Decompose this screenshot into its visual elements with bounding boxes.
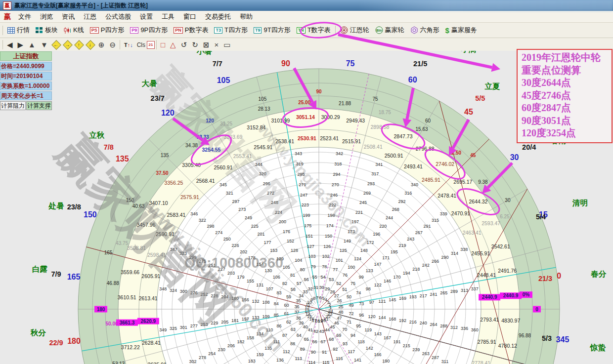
tool-p-square[interactable]: PSP四方形 <box>87 25 128 36</box>
menu-6[interactable]: 工具 <box>157 11 179 22</box>
menu-4[interactable]: 公式选股 <box>101 11 135 22</box>
tool-p-number-table[interactable]: PNP数字表 <box>171 25 211 36</box>
tool-sectors[interactable]: 板块 <box>33 25 61 36</box>
draw-tool-zoom-out[interactable]: ⊖ <box>107 40 118 50</box>
draw-tool-t-scale[interactable]: T↑↓ <box>122 40 135 50</box>
outer-degree-30: 30 <box>510 153 519 162</box>
menu-1[interactable]: 浏览 <box>36 11 57 22</box>
wheel-number: 273 <box>238 207 246 212</box>
tool-t-square[interactable]: T3T四方形 <box>211 25 250 36</box>
draw-tool-rotate-ccw[interactable]: ↺ <box>178 40 190 50</box>
wheel-number: 101 <box>336 258 343 263</box>
wheel-number: 297 <box>232 199 239 204</box>
tool-gann-wheel[interactable]: 江恩轮 <box>337 25 372 36</box>
ring-b-value: 2785.91 <box>478 339 496 345</box>
degree-ring-value: 105 <box>259 96 267 102</box>
calc-support-button[interactable]: 计算支撑 <box>26 101 52 110</box>
wheel-number: 146 <box>384 279 391 283</box>
draw-tool-nav-next[interactable]: ▶ <box>15 40 26 50</box>
wheel-number: 114 <box>308 360 315 364</box>
wheel-number: 289 <box>450 289 458 294</box>
date-label: 22/9 <box>49 339 63 347</box>
percent-value: 9.38 <box>478 179 488 185</box>
menu-7[interactable]: 窗口 <box>179 11 201 22</box>
wheel-number: 99 <box>359 275 364 280</box>
outer-degree-45: 45 <box>464 108 473 116</box>
wheel-number: 267 <box>415 230 423 235</box>
menu-bar: 赢 文件浏览资讯江恩公式选股设置工具窗口交易委托帮助 <box>0 11 613 23</box>
wheel-number: 120 <box>368 314 376 319</box>
draw-tool-pan-left[interactable]: ← <box>52 40 60 49</box>
wheel-number: 31 <box>313 285 318 290</box>
wheel-number: 266 <box>432 259 439 264</box>
wheel-number: 147 <box>374 262 381 267</box>
annotation-line-4: 60度2847点 <box>522 102 609 115</box>
draw-tool-cross-tool[interactable]: × <box>212 40 221 50</box>
draw-tool-calendar[interactable]: 21 <box>147 41 155 49</box>
wheel-number: 270 <box>332 182 339 187</box>
ring-a-value: 3101.99 <box>271 118 290 123</box>
outer-degree-75: 75 <box>346 59 355 68</box>
wheel-number: 244 <box>386 215 393 220</box>
tool-quotes[interactable]: 行情 <box>4 25 33 36</box>
tool-hexagon[interactable]: 六角形 <box>407 25 442 36</box>
draw-tool-select-box[interactable]: ⊠ <box>201 40 212 50</box>
menu-5[interactable]: 设置 <box>135 11 157 22</box>
annotation-line-6: 120度3254点 <box>522 127 609 140</box>
tool-winner-wheel[interactable]: Bin赢家轮 <box>372 25 407 36</box>
outer-degree-120: 120 <box>161 109 175 117</box>
draw-tool-rotate-cw[interactable]: ↻ <box>189 40 201 50</box>
ring-b-value: 2470.91 <box>451 210 470 216</box>
draw-tool-triangle-tool[interactable]: △ <box>168 40 178 50</box>
tool-t-number-table[interactable]: TNT数字表 <box>294 25 334 36</box>
wheel-number: 103 <box>308 254 315 259</box>
menu-3[interactable]: 江恩 <box>79 11 101 22</box>
menu-2[interactable]: 资讯 <box>57 11 79 22</box>
tool-hexagon-label: 六角形 <box>420 26 439 35</box>
menu-0[interactable]: 文件 <box>14 11 36 22</box>
draw-tool-nav-prev[interactable]: ◀ <box>4 40 15 50</box>
wheel-number: 79 <box>311 264 316 269</box>
ring-a-value: 3610.51 <box>118 294 136 300</box>
wheel-number: 38 <box>296 316 301 321</box>
wheel-number: 194 <box>403 271 410 276</box>
ring-b-value: 2500.91 <box>385 153 403 159</box>
draw-tool-cls[interactable]: Cls <box>135 41 147 48</box>
menu-9[interactable]: 帮助 <box>235 11 257 22</box>
draw-tool-pan-up[interactable]: ↑ <box>75 40 83 49</box>
window-title: 赢家江恩专业版[赢家服务平台] - [上证指数 江恩轮] <box>14 1 148 10</box>
wheel-number: 56 <box>304 277 309 282</box>
calc-resistance-button[interactable]: 计算阻力 <box>0 101 26 110</box>
percent-current: 0% <box>523 292 530 297</box>
wheel-number: 278 <box>199 355 206 360</box>
tool-winner-service[interactable]: $赢家服务 <box>442 25 480 36</box>
draw-tool-pan-down[interactable]: ↓ <box>86 40 94 49</box>
window-controls[interactable] <box>356 0 613 11</box>
wheel-number: 69 <box>336 333 341 338</box>
wheel-number: 123 <box>366 268 373 273</box>
ring-a-value: 2644.32 <box>469 199 488 204</box>
wheel-number: 62 <box>286 320 291 324</box>
draw-tool-zoom-in[interactable]: ⊕ <box>96 40 107 50</box>
tool-9p-square[interactable]: P99P四方形 <box>127 25 171 36</box>
draw-tool-pan-right[interactable]: → <box>63 40 72 49</box>
menu-8[interactable]: 交易委托 <box>201 11 235 22</box>
tool-9t-square[interactable]: T99T四方形 <box>251 25 294 36</box>
wheel-number: 263 <box>422 351 430 356</box>
wheel-number: 202 <box>240 249 247 254</box>
percent-value: 12.50 <box>449 150 461 156</box>
p-square-icon: PS <box>90 27 99 34</box>
tool-kline[interactable]: K线 <box>61 25 87 36</box>
draw-tool-step-down[interactable]: ▼ <box>38 40 50 50</box>
draw-tool-step-up[interactable]: ▲ <box>26 40 38 50</box>
draw-tool-screen-tool[interactable]: ▭ <box>221 40 233 50</box>
wheel-number: 88 <box>290 341 295 346</box>
draw-tool-rect-tool[interactable]: □ <box>158 40 168 50</box>
wheel-number: 91 <box>322 350 327 355</box>
wheel-number: 29 <box>325 286 330 291</box>
price-field: 价格=2440.9099 <box>0 62 52 71</box>
wheel-number: 76 <box>343 273 348 278</box>
solar-term: 小暑 <box>196 51 213 55</box>
wheel-number: 216 <box>409 320 417 324</box>
wheel-number: 96 <box>359 313 364 318</box>
